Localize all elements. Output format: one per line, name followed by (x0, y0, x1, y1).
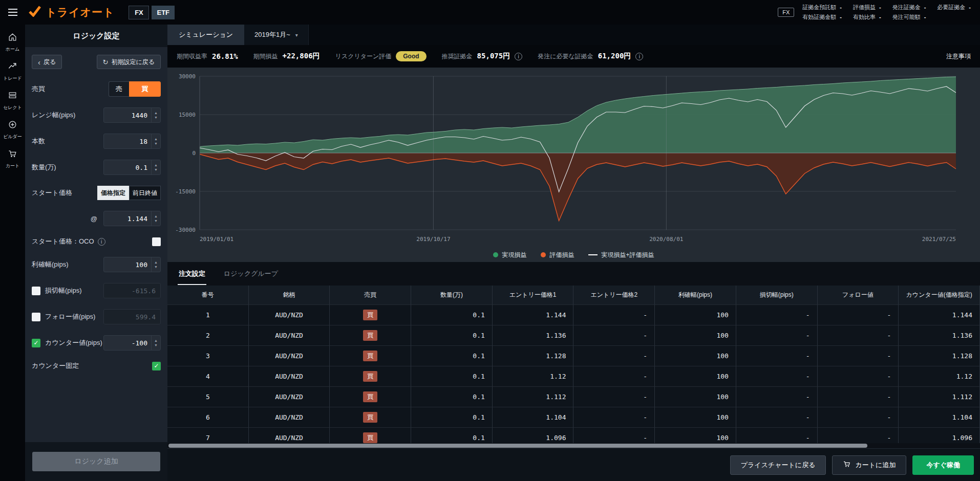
legend-label: 実現損益+評価損益 (601, 251, 654, 259)
table-row[interactable]: 1AUD/NZD買0.11.144-100--1.144 (167, 305, 980, 325)
account-stat[interactable]: 発注証拠金- (892, 4, 926, 11)
sidebar-item-cart[interactable]: カート (0, 144, 25, 173)
run-now-button[interactable]: 今すぐ稼働 (912, 455, 974, 475)
scrollbar-thumb[interactable] (168, 444, 867, 448)
horizontal-scrollbar[interactable] (167, 443, 980, 448)
table-row[interactable]: 6AUD/NZD買0.11.104-100--1.104 (167, 407, 980, 428)
take-profit-input[interactable]: ▲▼ (103, 257, 161, 272)
back-to-price-chart-button[interactable]: プライスチャートに戻る (730, 455, 826, 475)
account-stat[interactable]: 有効証拠金額- (802, 13, 842, 21)
count-value[interactable] (104, 134, 151, 148)
add-logic-button[interactable]: ロジック追加 (32, 452, 160, 471)
logic-settings-panel: ロジック設定 ‹ 戻る ↻ 初期設定に戻る 売買 売 (25, 25, 167, 481)
cell: - (736, 305, 818, 325)
account-stat[interactable]: 証拠金預託額- (802, 4, 842, 11)
cell: - (818, 428, 899, 443)
stepper-down-icon[interactable]: ▼ (154, 265, 158, 269)
table-row[interactable]: 3AUD/NZD買0.11.128-100--1.128 (167, 346, 980, 366)
stepper-up-icon[interactable]: ▲ (154, 163, 158, 167)
sim-stat-value: 61,200円 (598, 52, 631, 61)
info-icon[interactable]: i (515, 53, 522, 60)
stepper-down-icon[interactable]: ▼ (154, 168, 158, 171)
sidebar-item-trade[interactable]: トレード (0, 57, 25, 86)
counter-fixed-checkbox[interactable]: ✓ (152, 362, 161, 370)
stepper-up-icon[interactable]: ▲ (154, 137, 158, 141)
svg-text:-30000: -30000 (175, 227, 196, 233)
account-stat[interactable]: 発注可能額- (892, 13, 926, 21)
prev-close-button[interactable]: 前日終値 (129, 186, 161, 200)
tab-simulation[interactable]: シミュレーション (167, 25, 244, 45)
stepper-up-icon[interactable]: ▲ (154, 339, 158, 342)
account-stat[interactable]: 必要証拠金- (937, 4, 971, 11)
account-stat[interactable]: 有効比率- (853, 13, 881, 21)
cell: 1.104 (493, 407, 574, 428)
follow-value-checkbox[interactable] (32, 313, 40, 321)
range-width-input[interactable]: ▲▼ (103, 107, 161, 123)
sidebar-item-home[interactable]: ホーム (0, 28, 25, 57)
buy-badge: 買 (363, 412, 377, 423)
stepper-down-icon[interactable]: ▼ (154, 116, 158, 119)
table-row[interactable]: 7AUD/NZD買0.11.096-100--1.096 (167, 428, 980, 443)
account-stat[interactable]: 評価損益- (853, 4, 881, 11)
tab-order-settings[interactable]: 注文設定 (178, 263, 206, 285)
add-to-cart-button[interactable]: カートに追加 (832, 455, 906, 475)
start-price-stepper[interactable]: ▲▼ (151, 211, 160, 226)
stepper-up-icon[interactable]: ▲ (154, 111, 158, 115)
price-specify-button[interactable]: 価格指定 (97, 186, 129, 200)
cell: 6 (167, 407, 249, 428)
cell: 1.136 (899, 325, 980, 346)
period-dropdown[interactable]: 2019年1月~ ▾ (244, 25, 309, 45)
top-bar: トライオート FX ETF FX 証拠金預託額-評価損益-発注証拠金-必要証拠金… (0, 0, 980, 25)
info-icon[interactable]: i (635, 53, 643, 60)
reset-button-label: 初期設定に戻る (111, 58, 155, 67)
counter-value-checkbox[interactable]: ✓ (32, 339, 40, 347)
take-profit-stepper[interactable]: ▲▼ (151, 257, 160, 272)
account-stat-label: 必要証拠金 (937, 4, 965, 11)
table-row[interactable]: 5AUD/NZD買0.11.112-100--1.112 (167, 387, 980, 407)
counter-value[interactable] (104, 336, 151, 350)
legend-label: 評価損益 (549, 251, 574, 259)
reset-button[interactable]: ↻ 初期設定に戻る (97, 55, 161, 69)
tab-logic-group[interactable]: ロジックグループ (223, 263, 279, 285)
at-label: @ (91, 215, 97, 223)
sidebar-item-label: カート (6, 163, 19, 169)
counter-fixed-label: カウンター固定 (32, 361, 79, 370)
cell: 0.1 (411, 305, 493, 325)
triauto-app: トライオート FX ETF FX 証拠金預託額-評価損益-発注証拠金-必要証拠金… (0, 0, 980, 481)
start-price-input[interactable]: ▲▼ (103, 211, 161, 226)
tab-fx[interactable]: FX (129, 6, 149, 19)
brand-logo[interactable]: トライオート (28, 5, 114, 19)
notice-link[interactable]: 注意事項 (946, 52, 971, 61)
quantity-input[interactable]: ▲▼ (103, 160, 161, 175)
count-stepper[interactable]: ▲▼ (151, 134, 160, 148)
counter-value-input[interactable]: ▲▼ (103, 335, 161, 351)
count-input[interactable]: ▲▼ (103, 134, 161, 149)
back-button[interactable]: ‹ 戻る (32, 55, 62, 69)
stepper-down-icon[interactable]: ▼ (154, 219, 158, 223)
sim-stat: リスクリターン評価Good (335, 51, 427, 61)
stepper-up-icon[interactable]: ▲ (154, 214, 158, 218)
stop-loss-checkbox[interactable] (32, 287, 40, 295)
info-icon[interactable]: i (98, 238, 105, 246)
range-width-value[interactable] (104, 108, 151, 122)
sidebar-item-select[interactable]: セレクト (0, 86, 25, 115)
sell-button[interactable]: 売 (109, 81, 129, 97)
tab-etf[interactable]: ETF (152, 6, 175, 19)
table-row[interactable]: 2AUD/NZD買0.11.136-100--1.136 (167, 325, 980, 346)
buy-button[interactable]: 買 (129, 81, 161, 97)
take-profit-value[interactable] (104, 257, 151, 272)
stepper-up-icon[interactable]: ▲ (154, 260, 158, 264)
start-price-value[interactable] (104, 211, 151, 226)
stepper-down-icon[interactable]: ▼ (154, 343, 158, 347)
oco-checkbox[interactable] (152, 237, 161, 246)
stepper-down-icon[interactable]: ▼ (154, 142, 158, 145)
range-stepper[interactable]: ▲▼ (151, 108, 160, 122)
menu-icon[interactable] (0, 9, 25, 16)
counter-stepper[interactable]: ▲▼ (151, 336, 160, 350)
quantity-value[interactable] (104, 160, 151, 174)
sidebar-item-builder[interactable]: ビルダー (0, 115, 25, 144)
cell: - (736, 366, 818, 387)
cell: 0.1 (411, 428, 493, 443)
quantity-stepper[interactable]: ▲▼ (151, 160, 160, 174)
table-row[interactable]: 4AUD/NZD買0.11.12-100--1.12 (167, 366, 980, 387)
